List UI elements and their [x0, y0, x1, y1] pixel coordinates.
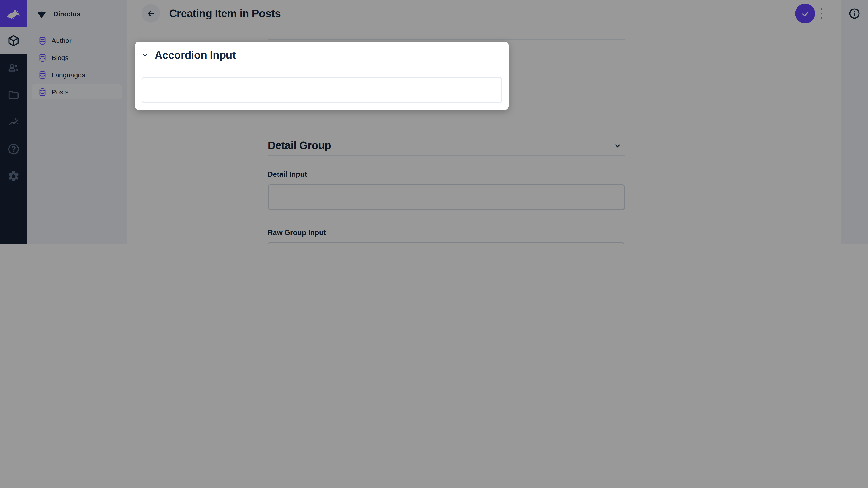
- accordion-toggle[interactable]: Accordion Input: [142, 49, 236, 61]
- chevron-down-icon: [142, 52, 149, 59]
- app-window: Detail Group Detail Input Raw Group Inpu…: [0, 0, 868, 244]
- accordion-section-card: Accordion Input: [135, 41, 508, 110]
- accordion-title: Accordion Input: [155, 49, 236, 61]
- accordion-input-field[interactable]: [142, 77, 502, 103]
- dim-overlay[interactable]: [0, 0, 868, 244]
